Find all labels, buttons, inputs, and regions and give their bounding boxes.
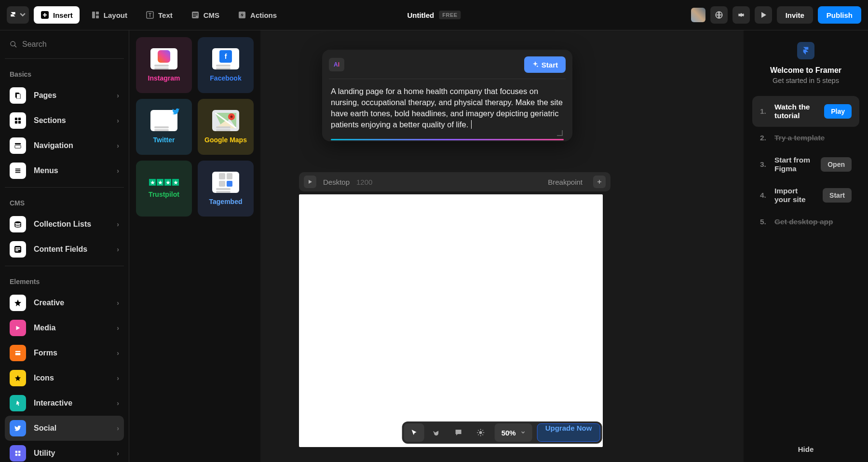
chevron-right-icon: › <box>117 167 119 175</box>
cms-button[interactable]: CMS <box>184 6 226 24</box>
card-facebook[interactable]: fFacebook <box>198 37 254 93</box>
nav-creative[interactable]: Creative› <box>5 290 124 315</box>
tool-hand[interactable] <box>426 423 447 442</box>
step-5[interactable]: 5.Get desktop app <box>752 211 859 233</box>
search-input[interactable]: Search <box>5 36 124 53</box>
chevron-down-icon <box>19 11 27 19</box>
ai-prompt-panel: AI Start A landing page for a home healt… <box>322 50 572 141</box>
step-4[interactable]: 4.Import your siteStart <box>752 180 859 211</box>
zoom-selector[interactable]: 50% <box>495 423 532 442</box>
nav-collection-lists[interactable]: Collection Lists› <box>5 212 124 237</box>
svg-rect-33 <box>15 454 17 456</box>
actions-label: Actions <box>250 11 277 19</box>
nav-forms[interactable]: Forms› <box>5 340 124 366</box>
avatar[interactable] <box>691 8 705 22</box>
svg-point-38 <box>479 431 482 434</box>
nav-pages[interactable]: Pages› <box>5 83 124 108</box>
card-instagram[interactable]: Instagram <box>136 37 192 93</box>
canvas[interactable]: Desktop 1200 Breakpoint AI Start A landi… <box>260 30 744 462</box>
divider <box>5 187 124 188</box>
invite-button[interactable]: Invite <box>777 6 813 24</box>
text-label: Text <box>158 11 173 19</box>
app-menu-button[interactable] <box>7 6 29 24</box>
globe-button[interactable] <box>710 6 728 24</box>
search-icon <box>10 41 17 48</box>
card-twitter[interactable]: Twitter <box>136 99 192 155</box>
chevron-right-icon: › <box>117 324 119 332</box>
creative-icon <box>10 295 26 311</box>
upgrade-button[interactable]: Upgrade Now <box>537 423 600 442</box>
publish-button[interactable]: Publish <box>818 6 861 24</box>
plan-badge: FREE <box>439 11 461 19</box>
gear-icon <box>737 11 746 19</box>
nav-utility[interactable]: Utility› <box>5 441 124 462</box>
nav-interactive[interactable]: Interactive› <box>5 391 124 416</box>
ai-prompt-textarea[interactable]: A landing page for a home health company… <box>329 79 566 139</box>
nav-sections[interactable]: Sections› <box>5 108 124 133</box>
framer-logo-icon <box>801 46 810 55</box>
add-breakpoint-button[interactable] <box>593 176 606 188</box>
step-1[interactable]: 1.Watch the tutorialPlay <box>752 96 859 127</box>
nav-content-fields[interactable]: Content Fields› <box>5 237 124 262</box>
cursor-icon <box>410 429 418 436</box>
svg-rect-21 <box>15 169 21 170</box>
chevron-right-icon: › <box>117 117 119 124</box>
svg-rect-30 <box>15 353 21 355</box>
preview-button[interactable] <box>755 6 772 24</box>
svg-rect-16 <box>18 118 21 120</box>
sun-icon <box>476 428 485 437</box>
svg-rect-20 <box>15 145 21 148</box>
svg-rect-9 <box>193 16 196 17</box>
svg-rect-8 <box>193 14 198 15</box>
welcome-subtitle: Get started in 5 steps <box>752 77 859 84</box>
insert-button[interactable]: Insert <box>34 6 80 24</box>
ai-gradient-underline <box>331 139 564 140</box>
layout-button[interactable]: Layout <box>84 6 134 24</box>
ai-start-button[interactable]: Start <box>524 56 566 73</box>
insert-sidebar: Search Basics Pages› Sections› Navigatio… <box>0 30 129 462</box>
svg-rect-17 <box>15 121 17 123</box>
social-icon <box>10 420 26 436</box>
fields-icon <box>10 241 26 258</box>
card-googlemaps[interactable]: Google Maps <box>198 99 254 155</box>
bolt-icon <box>238 11 246 19</box>
step-3[interactable]: 3.Start from FigmaOpen <box>752 149 859 180</box>
page-frame[interactable] <box>299 194 603 447</box>
tool-select[interactable] <box>404 423 424 442</box>
nav-social[interactable]: Social› <box>5 416 124 441</box>
svg-rect-18 <box>18 121 21 123</box>
card-trustpilot[interactable]: ★★★★Trustpilot <box>136 161 192 217</box>
comment-icon <box>454 428 463 437</box>
section-basics: Basics <box>5 63 124 83</box>
svg-rect-7 <box>193 13 198 14</box>
nav-media[interactable]: Media› <box>5 315 124 340</box>
svg-rect-22 <box>15 170 21 171</box>
settings-button[interactable] <box>732 6 750 24</box>
svg-rect-19 <box>15 143 21 145</box>
chevron-right-icon: › <box>117 92 119 99</box>
text-button[interactable]: T Text <box>139 6 179 24</box>
breakpoint-play-button[interactable] <box>304 176 316 188</box>
svg-rect-31 <box>15 451 17 453</box>
nav-icons[interactable]: Icons› <box>5 366 124 391</box>
nav-menus[interactable]: Menus› <box>5 158 124 183</box>
layout-icon <box>91 11 100 19</box>
play-tutorial-button[interactable]: Play <box>824 104 852 119</box>
media-icon <box>10 320 26 336</box>
document-title-area[interactable]: Untitled FREE <box>407 11 461 19</box>
step-2[interactable]: 2.Try a template <box>752 127 859 149</box>
hide-onboarding-button[interactable]: Hide <box>744 445 868 453</box>
import-site-button[interactable]: Start <box>823 188 852 203</box>
hand-icon <box>432 428 441 437</box>
icons-icon <box>10 370 26 386</box>
chevron-right-icon: › <box>117 220 119 228</box>
collection-icon <box>10 216 26 232</box>
card-tagembed[interactable]: Tagembed <box>198 161 254 217</box>
actions-button[interactable]: Actions <box>231 6 284 24</box>
nav-navigation[interactable]: Navigation› <box>5 133 124 158</box>
tool-theme[interactable] <box>471 423 491 442</box>
divider <box>5 58 124 59</box>
pages-icon <box>10 87 26 104</box>
tool-comment[interactable] <box>448 423 469 442</box>
open-figma-button[interactable]: Open <box>821 157 852 172</box>
